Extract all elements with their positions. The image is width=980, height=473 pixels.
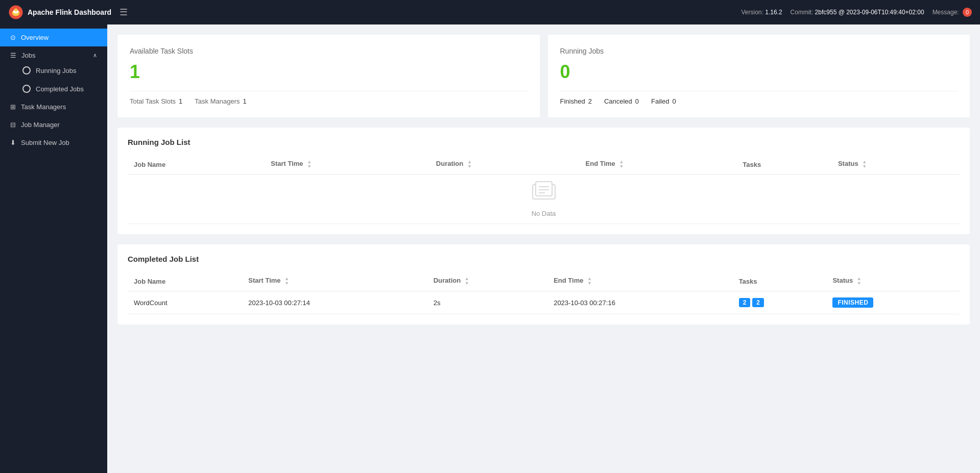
svg-rect-5 — [536, 182, 552, 196]
total-task-slots-label: Total Task Slots — [130, 97, 176, 105]
completed-col-status[interactable]: Status ▲▼ — [826, 271, 960, 291]
status-badge: FINISHED — [832, 297, 873, 308]
completed-col-job-name: Job Name — [128, 271, 242, 291]
running-jobs-stats: Finished 2 Canceled 0 Failed 0 — [560, 91, 958, 105]
sidebar-item-submit-new-job[interactable]: ⬇ Submit New Job — [0, 134, 107, 152]
running-jobs-card: Running Jobs 0 Finished 2 Canceled 0 Fai… — [548, 35, 970, 117]
running-jobs-card-value: 0 — [560, 61, 958, 83]
completed-status-sort-icon: ▲▼ — [857, 277, 862, 286]
total-task-slots-stat: Total Task Slots 1 — [130, 97, 182, 105]
failed-value: 0 — [672, 97, 676, 105]
canceled-value: 0 — [635, 97, 639, 105]
tasks-cell: 2 2 — [733, 291, 827, 314]
header-meta: Version: 1.16.2 Commit: 2bfc955 @ 2023-0… — [742, 8, 972, 17]
menu-toggle-icon[interactable]: ☰ — [119, 7, 128, 18]
flink-logo-icon — [8, 5, 23, 20]
running-table-header-row: Job Name Start Time ▲▼ Duration ▲▼ End T… — [128, 155, 960, 175]
completed-col-start-time[interactable]: Start Time ▲▼ — [242, 271, 427, 291]
total-task-slots-value: 1 — [179, 97, 182, 105]
completed-job-table: Job Name Start Time ▲▼ Duration ▲▼ End T… — [128, 271, 960, 314]
submit-job-icon: ⬇ — [10, 139, 16, 146]
main-layout: ⊙ Overview ☰ Jobs ∧ Running Jobs Complet… — [0, 24, 980, 473]
completed-table-header-row: Job Name Start Time ▲▼ Duration ▲▼ End T… — [128, 271, 960, 291]
start-time-cell: 2023-10-03 00:27:14 — [242, 291, 427, 314]
completed-job-list-title: Completed Job List — [128, 255, 960, 263]
col-status[interactable]: Status ▲▼ — [832, 155, 960, 175]
running-job-list-card: Running Job List Job Name Start Time ▲▼ … — [117, 128, 970, 234]
status-sort-icon: ▲▼ — [862, 160, 867, 169]
header-center: ☰ — [115, 7, 742, 18]
table-row[interactable]: WordCount 2023-10-03 00:27:14 2s 2023-10… — [128, 291, 960, 314]
duration-sort-icon: ▲▼ — [467, 160, 472, 169]
completed-jobs-label: Completed Jobs — [36, 85, 84, 93]
failed-label: Failed — [651, 97, 669, 105]
task-badge-2: 2 — [752, 298, 764, 307]
job-name-cell: WordCount — [128, 291, 242, 314]
running-jobs-circle-icon — [22, 66, 31, 74]
task-managers-icon: ⊞ — [10, 103, 16, 111]
sidebar-item-task-managers[interactable]: ⊞ Task Managers — [0, 98, 107, 116]
end-time-cell: 2023-10-03 00:27:16 — [547, 291, 732, 314]
top-header: Apache Flink Dashboard ☰ Version: 1.16.2… — [0, 0, 980, 24]
completed-duration-sort-icon: ▲▼ — [465, 277, 469, 286]
sidebar-jobs-submenu: Running Jobs Completed Jobs — [0, 61, 107, 98]
message-info: Message: 0 — [933, 8, 972, 17]
available-task-slots-card: Available Task Slots 1 Total Task Slots … — [117, 35, 540, 117]
completed-job-list-card: Completed Job List Job Name Start Time ▲… — [117, 244, 970, 325]
completed-end-time-sort-icon: ▲▼ — [587, 277, 592, 286]
job-manager-label: Job Manager — [21, 121, 60, 129]
finished-stat: Finished 2 — [560, 97, 592, 105]
task-badges: 2 2 — [739, 298, 821, 307]
app-title: Apache Flink Dashboard — [28, 8, 111, 16]
completed-col-duration[interactable]: Duration ▲▼ — [427, 271, 547, 291]
version-info: Version: 1.16.2 — [742, 9, 782, 16]
running-table-no-data-row: No Data — [128, 175, 960, 224]
sidebar-section-jobs[interactable]: ☰ Jobs ∧ — [0, 46, 107, 61]
finished-value: 2 — [588, 97, 592, 105]
failed-stat: Failed 0 — [651, 97, 676, 105]
svg-point-3 — [14, 9, 17, 12]
start-time-sort-icon: ▲▼ — [307, 160, 312, 169]
running-no-data-cell: No Data — [128, 175, 960, 224]
main-content: Available Task Slots 1 Total Task Slots … — [107, 24, 980, 473]
available-task-slots-title: Available Task Slots — [130, 47, 528, 55]
sidebar-item-job-manager[interactable]: ⊟ Job Manager — [0, 116, 107, 134]
end-time-sort-icon: ▲▼ — [619, 160, 624, 169]
sidebar-item-overview-label: Overview — [21, 34, 49, 41]
jobs-chevron-icon: ∧ — [93, 52, 97, 59]
running-job-list-title: Running Job List — [128, 138, 960, 146]
col-start-time[interactable]: Start Time ▲▼ — [265, 155, 430, 175]
duration-cell: 2s — [427, 291, 547, 314]
commit-info: Commit: 2bfc955 @ 2023-09-06T10:49:40+02… — [791, 9, 924, 16]
available-task-slots-value: 1 — [130, 61, 528, 83]
task-slots-stats: Total Task Slots 1 Task Managers 1 — [130, 91, 528, 105]
sidebar-item-overview[interactable]: ⊙ Overview — [0, 29, 107, 46]
task-badge-1: 2 — [739, 298, 751, 307]
no-data-text: No Data — [134, 210, 953, 217]
completed-col-tasks: Tasks — [733, 271, 827, 291]
no-data-icon — [134, 181, 953, 206]
task-managers-value: 1 — [243, 97, 246, 105]
col-duration[interactable]: Duration ▲▼ — [430, 155, 580, 175]
completed-jobs-circle-icon — [22, 85, 31, 93]
sidebar-item-completed-jobs[interactable]: Completed Jobs — [10, 80, 107, 98]
sidebar-item-running-jobs[interactable]: Running Jobs — [10, 61, 107, 80]
message-badge: 0 — [963, 8, 972, 17]
task-managers-label: Task Managers — [21, 103, 66, 111]
running-job-table: Job Name Start Time ▲▼ Duration ▲▼ End T… — [128, 155, 960, 224]
sidebar: ⊙ Overview ☰ Jobs ∧ Running Jobs Complet… — [0, 24, 107, 473]
col-job-name: Job Name — [128, 155, 265, 175]
overview-icon: ⊙ — [10, 34, 16, 41]
jobs-label: Jobs — [21, 52, 35, 59]
completed-col-end-time[interactable]: End Time ▲▼ — [547, 271, 732, 291]
logo-area: Apache Flink Dashboard — [8, 5, 115, 20]
completed-start-time-sort-icon: ▲▼ — [284, 277, 289, 286]
col-tasks: Tasks — [736, 155, 832, 175]
summary-cards-row: Available Task Slots 1 Total Task Slots … — [117, 35, 970, 117]
job-manager-icon: ⊟ — [10, 121, 16, 129]
finished-label: Finished — [560, 97, 585, 105]
task-managers-label: Task Managers — [195, 97, 240, 105]
running-jobs-card-title: Running Jobs — [560, 47, 958, 55]
task-managers-stat: Task Managers 1 — [195, 97, 246, 105]
col-end-time[interactable]: End Time ▲▼ — [580, 155, 737, 175]
